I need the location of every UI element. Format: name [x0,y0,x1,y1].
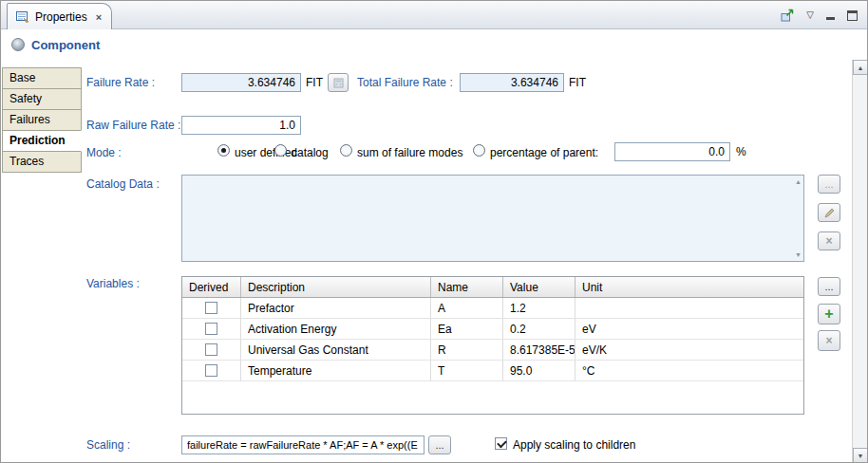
cell-description: Activation Energy [241,319,431,339]
cell-unit: eV/K [576,340,803,360]
radio-percentage-of-parent-label[interactable]: percentage of parent: [490,146,598,159]
scroll-down-icon[interactable]: ▼ [795,251,802,258]
table-row[interactable]: Prefactor A 1.2 [182,298,803,319]
cell-unit: °C [576,361,803,380]
cell-description: Temperature [241,361,431,380]
cell-value: 0.2 [503,319,576,339]
column-header-name[interactable]: Name [431,277,503,297]
column-header-value[interactable]: Value [503,277,576,297]
page-title: Component [31,38,100,52]
vertical-scrollbar[interactable]: ▲ ▼ [852,60,868,463]
plus-icon: + [824,306,833,322]
table-row[interactable]: Universal Gas Constant R 8.617385E-5 eV/… [182,340,803,361]
tab-properties[interactable]: Properties × [7,3,112,29]
apply-scaling-checkbox[interactable] [495,437,507,450]
scaling-expression-field[interactable]: failureRate = rawFailureRate * AF;AF = A… [181,435,425,454]
tab-title: Properties [35,10,87,24]
variables-table: Derived Description Name Value Unit Pref… [181,276,804,415]
delete-icon: × [825,335,832,346]
mode-label: Mode : [86,146,122,159]
derived-checkbox[interactable] [205,364,217,377]
table-row[interactable]: Temperature T 95.0 °C [182,361,803,381]
add-variable-button[interactable]: + [818,304,840,324]
failure-rate-label: Failure Rate : [86,76,155,89]
raw-failure-rate-field[interactable]: 1.0 [181,116,301,135]
properties-icon [15,9,29,24]
sidebar-item-base[interactable]: Base [2,67,82,89]
radio-sum-of-failure-modes[interactable] [340,144,352,157]
minimize-icon[interactable] [825,10,836,21]
total-failure-rate-field[interactable]: 3.634746 [460,73,564,92]
catalog-data-field[interactable] [181,175,804,262]
column-header-derived[interactable]: Derived [182,277,241,297]
cell-value: 1.2 [503,298,576,318]
clear-icon: × [825,235,832,247]
calculator-icon [333,78,344,88]
cell-name: A [431,298,503,318]
failure-rate-field[interactable]: 3.634746 [181,73,301,92]
total-failure-rate-label: Total Failure Rate : [357,76,453,89]
failure-rate-unit: FIT [306,76,323,89]
sidebar-item-failures[interactable]: Failures [2,109,82,131]
cell-unit [576,298,803,318]
table-row[interactable]: Activation Energy Ea 0.2 eV [182,319,803,340]
pencil-icon [824,208,835,218]
radio-user-defined[interactable] [217,144,230,157]
column-header-description[interactable]: Description [241,277,431,297]
radio-percentage-of-parent[interactable] [473,144,485,157]
pin-view-icon[interactable] [780,8,795,23]
cell-value: 95.0 [503,361,576,380]
cell-name: T [431,361,503,380]
derived-checkbox[interactable] [205,323,217,335]
apply-scaling-label[interactable]: Apply scaling to children [513,438,635,452]
close-icon[interactable]: × [96,11,102,23]
variables-browse-button[interactable]: ... [818,277,840,296]
scrollbar-up-icon[interactable]: ▲ [853,60,868,75]
properties-view: Properties × ▽ Component Base Safety Fai… [0,0,868,463]
maximize-icon[interactable] [847,10,858,21]
column-header-unit[interactable]: Unit [576,277,803,297]
scaling-label: Scaling : [86,438,130,452]
cell-name: Ea [431,319,503,339]
sidebar-item-traces[interactable]: Traces [2,151,82,173]
cell-description: Prefactor [241,298,431,318]
sidebar-item-safety[interactable]: Safety [2,88,82,110]
scrollbar-down-icon[interactable]: ▼ [853,448,868,463]
scroll-up-icon[interactable]: ▲ [795,178,802,185]
recalculate-button[interactable] [328,73,349,92]
component-icon [11,38,25,51]
cell-name: R [431,340,503,360]
catalog-edit-button[interactable] [818,203,840,222]
variables-table-header: Derived Description Name Value Unit [182,277,803,298]
raw-failure-rate-label: Raw Failure Rate : [86,119,180,132]
radio-catalog[interactable] [274,144,287,157]
derived-checkbox[interactable] [205,302,217,314]
radio-catalog-label[interactable]: catalog [292,146,329,159]
catalog-browse-button[interactable]: ... [818,175,840,194]
derived-checkbox[interactable] [205,343,217,356]
variables-label: Variables : [86,277,140,290]
cell-description: Universal Gas Constant [241,340,431,360]
sidebar-item-prediction[interactable]: Prediction [2,130,82,152]
catalog-data-label: Catalog Data : [86,177,160,191]
percentage-field[interactable]: 0.0 [614,142,730,161]
scaling-browse-button[interactable]: ... [428,435,451,454]
view-tab-bar: Properties × ▽ [1,1,867,29]
radio-user-defined-label[interactable]: user defined [235,146,297,159]
cell-value: 8.617385E-5 [503,340,576,360]
delete-variable-button[interactable]: × [818,330,840,351]
percentage-unit: % [736,145,746,158]
total-failure-rate-unit: FIT [569,76,586,89]
table-empty-area [182,381,803,414]
cell-unit: eV [576,319,803,339]
catalog-clear-button[interactable]: × [818,232,840,250]
view-menu-icon[interactable]: ▽ [806,10,814,20]
radio-sum-of-failure-modes-label[interactable]: sum of failure modes [357,146,462,159]
view-toolbar: ▽ [780,8,858,23]
form-header: Component [1,30,867,59]
